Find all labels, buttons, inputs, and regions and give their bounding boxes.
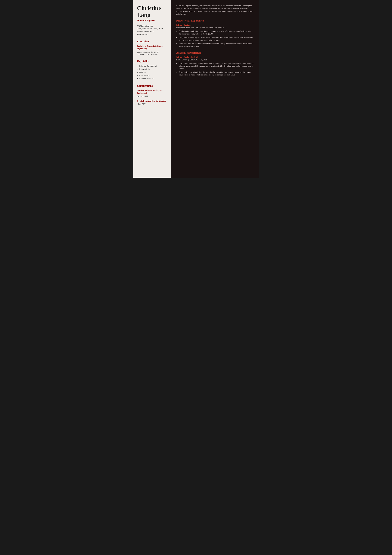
skill-item: Data Analytics bbox=[137, 68, 167, 71]
academic-experience-section: Academic Experience Software Engineering… bbox=[176, 51, 254, 79]
job-company-1: Enhanced Data Science Corp., Boston, MA bbox=[176, 27, 208, 29]
address-line1: 4759 Sunnydale Lane bbox=[137, 25, 167, 28]
phone: 123-456-7890 bbox=[137, 33, 167, 36]
academic-meta-1: Boston University, Boston, MA | May 2020 bbox=[176, 59, 254, 61]
bullet-item: Developed a fantasy football application… bbox=[176, 71, 254, 76]
academic-experience-heading: Academic Experience bbox=[176, 51, 254, 54]
sidebar-title: Software Engineer bbox=[137, 19, 167, 22]
sidebar: Christine Lang Software Engineer 4759 Su… bbox=[133, 0, 171, 178]
bullet-item: Support the build-out of data ingestion … bbox=[176, 42, 254, 48]
cert-name-1: Certified Software Development Professio… bbox=[137, 89, 167, 95]
cert-date-2: | June 2021 bbox=[137, 103, 167, 106]
academic-block-1: Software Engineering Projects Boston Uni… bbox=[176, 56, 254, 76]
institution: Boston University, Boston, MA | Septembe… bbox=[137, 51, 167, 56]
bullet-item: Design user-facing analytics dashboards … bbox=[176, 36, 254, 42]
academic-title-1: Software Engineering Projects bbox=[176, 56, 254, 58]
cert-name-2: Google Data Analytics Certification bbox=[137, 100, 167, 102]
professional-experience-section: Professional Experience Software Enginee… bbox=[176, 19, 254, 51]
job-meta-1: Enhanced Data Science Corp., Boston, MA … bbox=[176, 27, 254, 29]
education-heading: Education bbox=[137, 40, 167, 43]
address-line2: Plano, Texas, United States, 75071 bbox=[137, 27, 167, 30]
cert-date-1: Expected 2022 bbox=[137, 95, 167, 98]
skill-item: Software Development bbox=[137, 65, 167, 68]
bullet-item: Conduct data modeling to analyze the per… bbox=[176, 30, 254, 35]
candidate-name: Christine Lang bbox=[137, 5, 167, 18]
education-dates: September 2016 - May 2020 bbox=[137, 53, 158, 55]
job-block-1: Software Engineer Enhanced Data Science … bbox=[176, 24, 254, 48]
education-section: Education Bachelor of Science in Softwar… bbox=[137, 39, 167, 56]
professional-experience-heading: Professional Experience bbox=[176, 19, 254, 22]
skill-item: Cloud Architecture bbox=[137, 77, 167, 80]
skills-list: Software Development Data Analytics Big … bbox=[137, 65, 167, 80]
skills-heading: Key Skills bbox=[137, 60, 167, 63]
last-name: Lang bbox=[137, 12, 150, 18]
job-bullets-1: Conduct data modeling to analyze the per… bbox=[176, 30, 254, 48]
resume-container: Christine Lang Software Engineer 4759 Su… bbox=[133, 0, 259, 178]
degree-title: Bachelor of Science in Software Engineer… bbox=[137, 45, 167, 50]
academic-bullets-1: Designed and developed a mobile applicat… bbox=[176, 62, 254, 76]
job-title-1: Software Engineer bbox=[176, 24, 254, 26]
summary: A Software Engineer with entry-level exp… bbox=[176, 4, 254, 15]
job-dates-1: May 2020 - Present bbox=[209, 27, 224, 29]
contact-block: 4759 Sunnydale Lane Plano, Texas, United… bbox=[137, 25, 167, 36]
main-content: A Software Engineer with entry-level exp… bbox=[171, 0, 259, 178]
certifications-heading: Certifications bbox=[137, 84, 167, 88]
skill-item: Big Data bbox=[137, 71, 167, 74]
first-name: Christine bbox=[137, 5, 161, 12]
skill-item: Data Science bbox=[137, 74, 167, 77]
certifications-section: Certifications Certified Software Develo… bbox=[137, 84, 167, 108]
email: email@youremail.com bbox=[137, 30, 167, 33]
academic-dates-1: May 2020 bbox=[200, 59, 207, 61]
skills-section: Key Skills Software Development Data Ana… bbox=[137, 59, 167, 80]
academic-institution-1: Boston University, Boston, MA bbox=[176, 59, 199, 61]
bullet-item: Designed and developed a mobile applicat… bbox=[176, 62, 254, 70]
cert-date-2-text: | June 2021 bbox=[137, 103, 146, 105]
institution-name: Boston University, Boston, MA bbox=[137, 51, 159, 53]
